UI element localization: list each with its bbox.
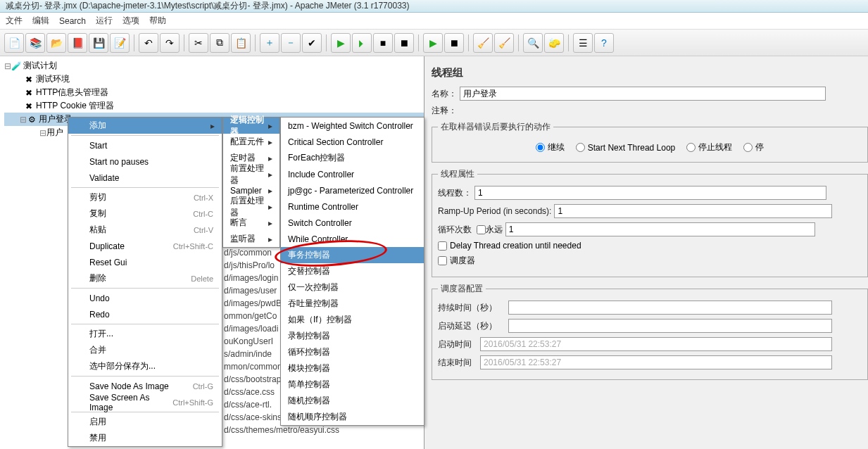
ctx-cut[interactable]: 剪切Ctrl-X — [68, 189, 222, 205]
ctx2-config[interactable]: 配置元件▸ — [223, 134, 279, 150]
ctx2-logic[interactable]: 逻辑控制器▸ — [223, 118, 279, 134]
menu-search[interactable]: Search — [59, 16, 86, 26]
rampup-input[interactable] — [554, 204, 832, 218]
radio-stop-thread[interactable]: 停止线程 — [686, 141, 732, 153]
redo-icon[interactable]: ↷ — [160, 33, 180, 53]
ctx3-while[interactable]: While Controller — [281, 231, 424, 247]
loop-input[interactable] — [505, 222, 815, 236]
ctx-start-no-pauses[interactable]: Start no pauses — [68, 153, 222, 170]
ctx3-module[interactable]: 模块控制器 — [281, 360, 424, 377]
undo-icon[interactable]: ↶ — [139, 33, 158, 53]
fn-helper-icon[interactable]: ☰ — [573, 33, 593, 53]
ctx-duplicate[interactable]: DuplicateCtrl+Shift-C — [68, 238, 222, 254]
close-icon[interactable]: 📕 — [68, 33, 87, 53]
tree-root[interactable]: ⊟🧪测试计划 — [4, 59, 424, 72]
remote-start-icon[interactable]: ▶ — [423, 33, 443, 53]
ctx-save-screen-img[interactable]: Save Screen As ImageCtrl+Shift-G — [68, 394, 222, 410]
reset-search-icon[interactable]: 🧽 — [544, 33, 564, 53]
ctx-open[interactable]: 打开... — [68, 326, 222, 342]
threads-input[interactable] — [474, 186, 826, 200]
delay-start-checkbox[interactable] — [438, 241, 447, 251]
toggle-icon[interactable]: ✔ — [302, 33, 322, 53]
ctx3-include[interactable]: Include Controller — [281, 166, 424, 182]
tree-node-cookie-mgr[interactable]: ✖HTTP Cookie 管理器 — [4, 99, 424, 113]
tree-node-env[interactable]: ✖测试环境 — [4, 72, 424, 86]
window-title: 减桌分切- 登录.jmx (D:\apache-jmeter-3.1\Mytes… — [0, 0, 868, 13]
name-input[interactable] — [460, 87, 826, 101]
new-icon[interactable]: 📄 — [4, 33, 24, 53]
name-label: 名称： — [432, 88, 457, 100]
menu-file[interactable]: 文件 — [6, 15, 23, 27]
ctx3-random-order[interactable]: 随机顺序控制器 — [281, 409, 424, 425]
ctx3-interleave[interactable]: 交替控制器 — [281, 263, 424, 279]
context-menu-3: bzm - Weighted Switch Controller Critica… — [280, 117, 424, 426]
ctx-disable[interactable]: 禁用 — [68, 430, 222, 446]
scheduler-group: 调度器配置 持续时间（秒） 启动延迟（秒） 启动时间 结束时间 — [432, 283, 868, 380]
ctx2-pre[interactable]: 前置处理器▸ — [223, 166, 279, 182]
ctx-redo[interactable]: Redo — [68, 306, 222, 322]
search-icon[interactable]: 🔍 — [523, 33, 543, 53]
scheduler-checkbox[interactable] — [438, 256, 447, 265]
ctx3-recording[interactable]: 录制控制器 — [281, 328, 424, 344]
ctx-save-selection[interactable]: 选中部分保存为... — [68, 358, 222, 374]
open-icon[interactable]: 📂 — [46, 33, 66, 53]
saveas-icon[interactable]: 📝 — [110, 33, 130, 53]
ctx-merge[interactable]: 合并 — [68, 342, 222, 358]
menu-edit[interactable]: 编辑 — [32, 15, 49, 27]
ctx3-foreach[interactable]: ForEach控制器 — [281, 150, 424, 166]
ctx-start[interactable]: Start — [68, 137, 222, 153]
ctx3-random[interactable]: 随机控制器 — [281, 393, 424, 409]
ctx3-once[interactable]: 仅一次控制器 — [281, 279, 424, 296]
ctx3-simple[interactable]: 简单控制器 — [281, 377, 424, 393]
comment-label: 注释： — [432, 105, 457, 117]
menu-options[interactable]: 选项 — [122, 15, 139, 27]
ctx3-loop[interactable]: 循环控制器 — [281, 344, 424, 360]
tree-node-header-mgr[interactable]: ✖HTTP信息头管理器 — [4, 86, 424, 99]
ctx3-bzm[interactable]: bzm - Weighted Switch Controller — [281, 118, 424, 134]
expand-icon[interactable]: ＋ — [260, 33, 279, 53]
templates-icon[interactable]: 📚 — [25, 33, 45, 53]
ctx3-jpgc[interactable]: jp@gc - Parameterized Controller — [281, 182, 424, 198]
radio-next-loop[interactable]: Start Next Thread Loop — [576, 143, 676, 153]
end-time-input[interactable] — [480, 355, 832, 369]
menu-help[interactable]: 帮助 — [149, 15, 166, 27]
ctx-enable[interactable]: 启用 — [68, 414, 222, 430]
help-icon[interactable]: ? — [594, 33, 614, 53]
ctx3-runtime[interactable]: Runtime Controller — [281, 198, 424, 215]
forever-checkbox[interactable] — [477, 225, 486, 234]
duration-input[interactable] — [508, 301, 832, 315]
clear-icon[interactable]: 🧹 — [473, 33, 493, 53]
ctx2-assert[interactable]: 断言▸ — [223, 215, 279, 231]
ctx3-critical[interactable]: Critical Section Controller — [281, 134, 424, 150]
toolbar: 📄 📚 📂 📕 💾 📝 ↶ ↷ ✂ ⧉ 📋 ＋ － ✔ ▶ ⏵ ■ ⏹ ▶ ⏹ … — [0, 30, 868, 56]
ctx-add[interactable]: 添加▸ — [68, 118, 222, 134]
shutdown-icon[interactable]: ⏹ — [394, 33, 414, 53]
copy-icon[interactable]: ⧉ — [210, 33, 229, 53]
ctx-copy[interactable]: 复制Ctrl-C — [68, 205, 222, 222]
ctx2-listen[interactable]: 监听器▸ — [223, 231, 279, 247]
cut-icon[interactable]: ✂ — [189, 33, 208, 53]
ctx-validate[interactable]: Validate — [68, 170, 222, 186]
menu-run[interactable]: 运行 — [96, 15, 113, 27]
start-time-input[interactable] — [480, 337, 832, 351]
ctx3-transaction[interactable]: 事务控制器 — [281, 247, 424, 263]
ctx-delete[interactable]: 删除Delete — [68, 270, 222, 286]
ctx-undo[interactable]: Undo — [68, 290, 222, 306]
radio-stop[interactable]: 停 — [743, 141, 764, 153]
remote-stop-icon[interactable]: ⏹ — [444, 33, 464, 53]
paste-icon[interactable]: 📋 — [231, 33, 251, 53]
ctx-reset-gui[interactable]: Reset Gui — [68, 254, 222, 270]
ctx3-switch[interactable]: Switch Controller — [281, 215, 424, 231]
ctx3-throughput[interactable]: 吞吐量控制器 — [281, 296, 424, 312]
stop-icon[interactable]: ■ — [373, 33, 393, 53]
clearall-icon[interactable]: 🧹 — [494, 33, 514, 53]
start-icon[interactable]: ▶ — [331, 33, 351, 53]
ctx-paste[interactable]: 粘贴Ctrl-V — [68, 222, 222, 238]
save-icon[interactable]: 💾 — [89, 33, 108, 53]
radio-continue[interactable]: 继续 — [536, 141, 565, 153]
ctx2-post[interactable]: 后置处理器▸ — [223, 198, 279, 215]
ctx3-if[interactable]: 如果（If）控制器 — [281, 312, 424, 328]
start-noto-icon[interactable]: ⏵ — [352, 33, 372, 53]
collapse-icon[interactable]: － — [281, 33, 301, 53]
startup-delay-input[interactable] — [508, 319, 832, 333]
